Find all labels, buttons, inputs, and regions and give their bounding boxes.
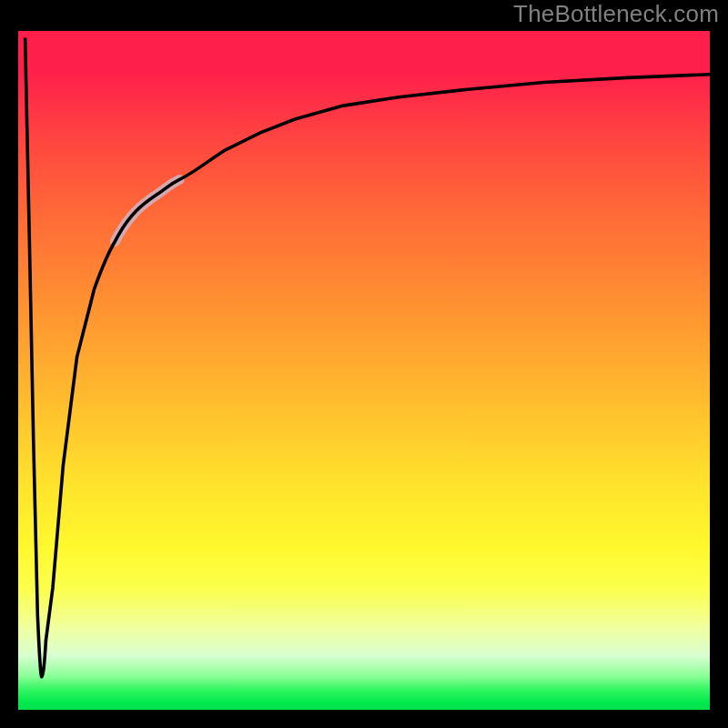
bottleneck-curve <box>18 31 710 710</box>
chart-frame: TheBottleneck.com <box>0 0 728 728</box>
curve-highlight <box>115 179 179 241</box>
curve-main <box>25 38 710 678</box>
watermark-text: TheBottleneck.com <box>513 0 719 28</box>
